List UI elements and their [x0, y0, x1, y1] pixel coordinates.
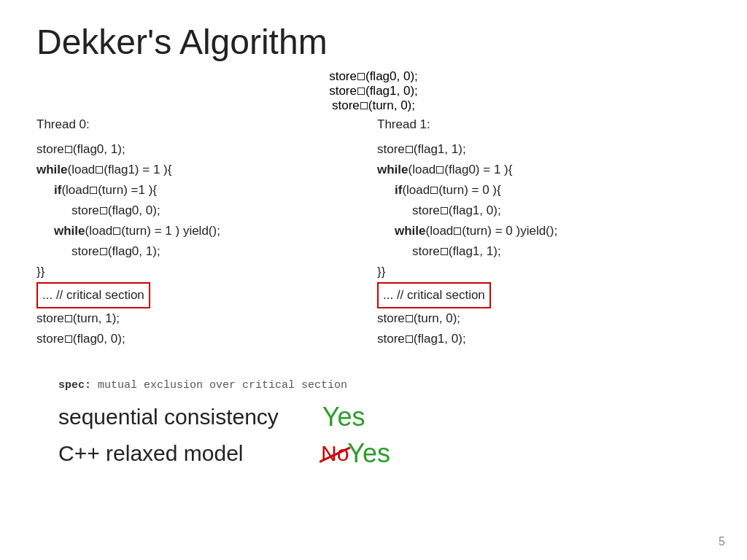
sq-icon-t0-2 — [96, 166, 103, 174]
sq-icon-t0-5 — [113, 228, 120, 235]
thread1-col: Thread 1: store(flag1, 1); while(load(fl… — [370, 114, 711, 350]
threads-container: Thread 0: store(flag0, 1); while(load(fl… — [36, 114, 711, 350]
seq-consistency-yes: Yes — [322, 402, 365, 432]
seq-consistency-answer: Yes — [322, 402, 365, 432]
sq-icon-t0-7 — [65, 315, 72, 322]
thread0-col: Thread 0: store(flag0, 1); while(load(fl… — [36, 114, 370, 350]
sq-icon-t0-4 — [100, 207, 107, 214]
thread1-line3: if(load(turn) = 0 ){ — [395, 180, 711, 201]
sq-icon-2 — [357, 88, 365, 95]
sq-icon-t0-6 — [100, 248, 107, 255]
init-line3: store(turn, 0); — [36, 98, 711, 113]
seq-consistency-row: sequential consistency Yes — [58, 402, 711, 432]
sq-icon-t1-6 — [441, 248, 448, 255]
critical-section-1: ... // critical section — [377, 282, 491, 308]
thread1-line4: store(flag1, 0); — [412, 201, 711, 221]
sq-icon-t0-8 — [65, 335, 72, 343]
thread1-line2: while(load(flag0) = 1 ){ — [377, 160, 711, 180]
sq-icon-t1-1 — [406, 146, 413, 153]
no-strikethrough: No — [321, 441, 349, 466]
thread1-line1: store(flag1, 1); — [377, 139, 711, 160]
thread0-line7: }} — [36, 262, 370, 282]
sq-icon-t0-3 — [90, 187, 97, 194]
thread0-label: Thread 0: — [36, 114, 370, 135]
thread0-line1: store(flag0, 1); — [36, 139, 370, 160]
thread1-line9: store(flag1, 0); — [377, 329, 711, 349]
cpp-relaxed-row: C++ relaxed model No Yes — [58, 438, 711, 469]
cpp-relaxed-yes: Yes — [347, 438, 390, 469]
sq-icon-t1-8 — [406, 335, 413, 343]
thread1-line8: store(turn, 0); — [377, 308, 711, 329]
init-code: store(flag0, 0); store(flag1, 0); store(… — [36, 69, 711, 113]
spec-label: spec: — [58, 379, 91, 392]
thread0-line8: store(turn, 1); — [36, 308, 370, 329]
thread1-line5: while(load(turn) = 0 )yield(); — [395, 221, 711, 241]
cpp-relaxed-no: No — [321, 441, 349, 466]
init-line2: store(flag1, 0); — [36, 84, 711, 98]
slide-title: Dekker's Algorithm — [36, 22, 711, 62]
thread0-line2: while(load(flag1) = 1 ){ — [36, 160, 370, 180]
sq-icon-t0-1 — [65, 146, 72, 153]
critical-section-0: ... // critical section — [36, 282, 150, 308]
init-line1: store(flag0, 0); — [36, 69, 711, 84]
thread1-line7: }} — [377, 262, 711, 282]
sq-icon-t1-2 — [436, 166, 444, 174]
sq-icon-t1-3 — [430, 187, 438, 194]
seq-consistency-label: sequential consistency — [58, 405, 279, 429]
cpp-relaxed-answer: No Yes — [321, 438, 390, 469]
sq-icon-t1-4 — [441, 207, 448, 214]
thread0-line4: store(flag0, 0); — [71, 201, 370, 221]
slide: Dekker's Algorithm store(flag0, 0); stor… — [0, 0, 747, 560]
thread0-line3: if(load(turn) =1 ){ — [54, 180, 370, 201]
cpp-relaxed-label: C++ relaxed model — [58, 441, 277, 466]
spec-line: spec: mutual exclusion over critical sec… — [58, 379, 711, 392]
thread0-line6: store(flag0, 1); — [71, 241, 370, 262]
thread0-line9: store(flag0, 0); — [36, 329, 370, 349]
sq-icon-3 — [360, 102, 368, 109]
spec-section: spec: mutual exclusion over critical sec… — [36, 379, 711, 469]
page-number: 5 — [719, 535, 725, 548]
thread1-label: Thread 1: — [377, 114, 711, 135]
sq-icon-t1-7 — [406, 315, 413, 322]
thread0-line5: while(load(turn) = 1 ) yield(); — [54, 221, 370, 241]
spec-text: mutual exclusion over critical section — [91, 379, 347, 392]
thread1-line6: store(flag1, 1); — [412, 241, 711, 262]
thread1-critical: ... // critical section — [377, 282, 711, 308]
sq-icon-1 — [357, 73, 365, 80]
sq-icon-t1-5 — [454, 228, 461, 235]
thread0-critical: ... // critical section — [36, 282, 370, 308]
